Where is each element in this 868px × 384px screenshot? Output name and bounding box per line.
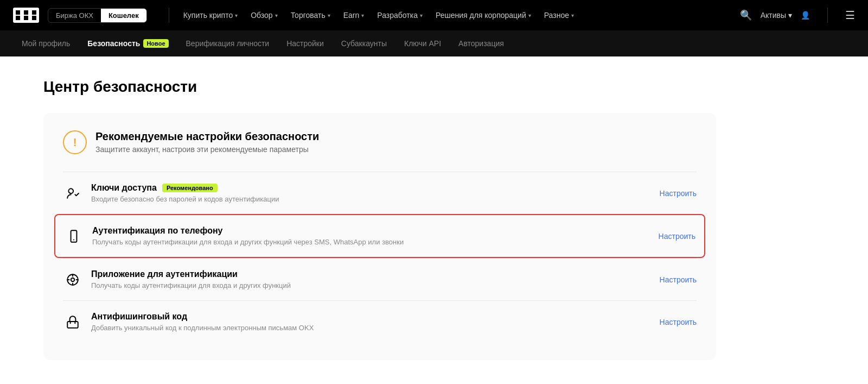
hamburger-icon[interactable]: ☰: [845, 9, 855, 22]
chevron-icon: ▾: [788, 11, 792, 20]
passkeys-icon: [63, 184, 82, 203]
svg-rect-16: [67, 321, 78, 328]
auth-app-desc: Получать коды аутентификации для входа и…: [91, 281, 647, 289]
page-title: Центр безопасности: [43, 78, 716, 96]
svg-rect-4: [16, 16, 20, 20]
antiphishing-desc: Добавить уникальный код к подлинным элек…: [91, 324, 647, 332]
phone-auth-title: Аутентификация по телефону: [92, 226, 646, 236]
passkeys-content: Ключи доступа Рекомендовано Входите безо…: [91, 183, 647, 203]
phone-auth-content: Аутентификация по телефону Получать коды…: [92, 226, 646, 246]
sec-nav-settings[interactable]: Настройки: [278, 30, 333, 56]
antiphishing-item: Антифишинговый код Добавить уникальный к…: [63, 300, 697, 343]
auth-app-title: Приложение для аутентификации: [91, 269, 647, 279]
exchange-wallet-tabs: Биржа ОКХ Кошелек: [48, 8, 147, 23]
svg-point-11: [71, 278, 75, 281]
phone-auth-desc: Получать коды аутентификации для входа и…: [92, 238, 646, 246]
nav-divider-right: [827, 8, 828, 23]
nav-trade[interactable]: Торговать ▾: [285, 8, 336, 23]
nav-earn[interactable]: Earn ▾: [338, 8, 370, 23]
main-content: Центр безопасности ! Рекомендуемые настр…: [0, 56, 760, 382]
sec-nav-security[interactable]: Безопасность Новое: [79, 30, 177, 56]
nav-overview[interactable]: Обзор ▾: [245, 8, 283, 23]
antiphishing-icon: [63, 312, 82, 332]
chevron-icon: ▾: [235, 12, 238, 18]
new-badge: Новое: [143, 39, 168, 48]
search-icon[interactable]: 🔍: [740, 9, 752, 21]
antiphishing-configure-button[interactable]: Настроить: [660, 318, 697, 326]
sec-nav-profile[interactable]: Мой профиль: [13, 30, 79, 56]
nav-corp[interactable]: Решения для корпораций ▾: [430, 8, 537, 23]
sec-nav-api-keys[interactable]: Ключи API: [395, 30, 450, 56]
assets-button[interactable]: Активы ▾: [761, 11, 792, 20]
chevron-icon: ▾: [361, 12, 364, 18]
exclamation-icon: !: [73, 136, 77, 149]
svg-rect-3: [32, 10, 36, 15]
secondary-navigation: Мой профиль Безопасность Новое Верификац…: [0, 30, 868, 56]
nav-buy-crypto[interactable]: Купить крипто ▾: [178, 8, 244, 23]
wallet-tab[interactable]: Кошелек: [101, 9, 146, 22]
chevron-icon: ▾: [571, 12, 574, 18]
sec-nav-subaccounts[interactable]: Субаккаунты: [333, 30, 395, 56]
nav-misc[interactable]: Разное ▾: [539, 8, 579, 23]
svg-rect-8: [71, 230, 77, 242]
alert-description: Защитите аккаунт, настроив эти рекоменду…: [95, 145, 319, 154]
passkeys-title: Ключи доступа Рекомендовано: [91, 183, 647, 193]
profile-button[interactable]: 👤: [801, 11, 810, 20]
nav-items: Купить крипто ▾ Обзор ▾ Торговать ▾ Earn…: [178, 8, 740, 23]
svg-rect-6: [24, 16, 28, 20]
sec-nav-verification[interactable]: Верификация личности: [177, 30, 278, 56]
alert-icon: !: [63, 130, 87, 154]
passkeys-desc: Входите безопасно без паролей и кодов ау…: [91, 195, 647, 203]
phone-auth-icon: [64, 226, 84, 246]
alert-text: Рекомендуемые настройки безопасности Защ…: [95, 130, 319, 154]
phone-auth-item: Аутентификация по телефону Получать коды…: [54, 214, 705, 258]
passkeys-item: Ключи доступа Рекомендовано Входите безо…: [63, 172, 697, 214]
sec-nav-auth[interactable]: Авторизация: [450, 30, 513, 56]
svg-rect-2: [24, 10, 28, 15]
auth-app-icon: [63, 270, 82, 289]
nav-divider: [169, 8, 169, 23]
svg-point-7: [68, 188, 73, 193]
phone-auth-configure-button[interactable]: Настроить: [659, 232, 695, 241]
chevron-icon: ▾: [275, 12, 278, 18]
chevron-icon: ▾: [528, 12, 531, 18]
chevron-icon: ▾: [420, 12, 423, 18]
top-navigation: Биржа ОКХ Кошелек Купить крипто ▾ Обзор …: [0, 0, 868, 30]
chevron-icon: ▾: [328, 12, 330, 18]
antiphishing-title: Антифишинговый код: [91, 312, 647, 322]
auth-app-configure-button[interactable]: Настроить: [660, 275, 697, 284]
exchange-tab[interactable]: Биржа ОКХ: [48, 9, 101, 22]
svg-rect-5: [32, 16, 36, 20]
recommended-badge: Рекомендовано: [162, 184, 218, 192]
alert-title: Рекомендуемые настройки безопасности: [95, 130, 319, 143]
auth-app-content: Приложение для аутентификации Получать к…: [91, 269, 647, 289]
svg-rect-1: [16, 10, 20, 15]
alert-row: ! Рекомендуемые настройки безопасности З…: [63, 130, 697, 154]
user-icon: 👤: [801, 11, 810, 20]
nav-right: 🔍 Активы ▾ 👤 ☰: [740, 8, 855, 23]
passkeys-configure-button[interactable]: Настроить: [660, 189, 697, 198]
security-card: ! Рекомендуемые настройки безопасности З…: [43, 113, 716, 360]
svg-rect-0: [13, 8, 39, 23]
auth-app-item: Приложение для аутентификации Получать к…: [63, 258, 697, 300]
nav-dev[interactable]: Разработка ▾: [372, 8, 428, 23]
antiphishing-content: Антифишинговый код Добавить уникальный к…: [91, 312, 647, 332]
logo[interactable]: [13, 8, 39, 23]
